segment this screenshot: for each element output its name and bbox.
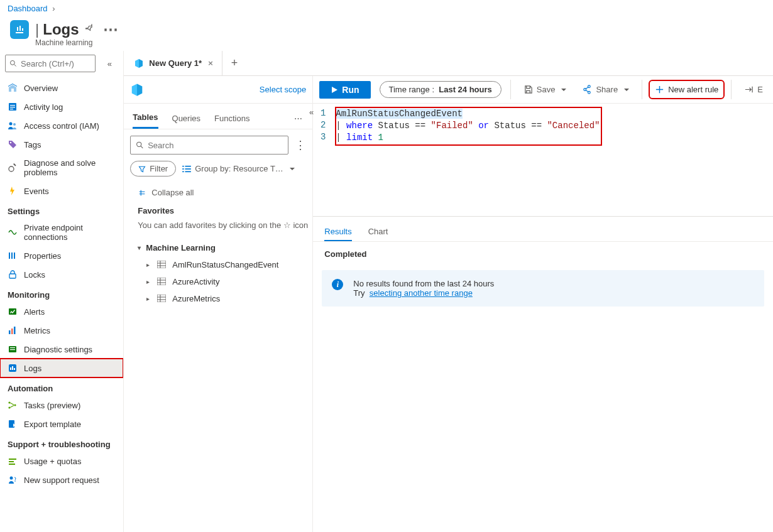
query-tab[interactable]: New Query 1* × [126,51,222,75]
panel-tab-tables[interactable]: Tables [133,107,158,129]
chevron-down-icon [287,164,295,173]
sidebar-search-input[interactable] [21,59,91,68]
nav-overview[interactable]: Overview [0,79,123,97]
nav-label: Locks [24,270,45,280]
diagnostic-icon [8,344,18,354]
info-try-label: Try [353,288,365,298]
export-icon [8,419,18,429]
select-time-range-link[interactable]: selecting another time range [370,288,473,298]
panel-tab-queries[interactable]: Queries [172,109,201,128]
nav-tags[interactable]: Tags [0,135,123,154]
left-nav: « Overview Activity log Access control (… [0,51,124,532]
sidebar-collapse-button[interactable]: « [101,59,118,68]
svg-point-8 [10,142,11,143]
lock-icon [8,269,18,280]
table-node[interactable]: AzureActivity [138,273,310,290]
usage-icon [8,456,18,466]
table-node[interactable]: AmlRunStatusChangedEvent [138,256,310,273]
title-separator: | [35,21,39,38]
nav-metrics[interactable]: Metrics [0,321,123,340]
save-button[interactable]: Save [520,82,571,97]
svg-rect-4 [10,107,15,107]
export-button[interactable]: E [740,82,767,97]
metrics-icon [8,325,18,335]
table-node[interactable]: AzureMetrics [138,290,310,307]
schema-more-icon[interactable]: ⋮ [295,138,306,152]
favorites-heading: Favorites [138,201,310,218]
table-label: AzureActivity [172,277,219,286]
nav-locks[interactable]: Locks [0,265,123,284]
breadcrumb-root[interactable]: Dashboard [8,4,48,13]
nav-label: Metrics [24,326,50,335]
svg-rect-35 [185,165,191,166]
svg-rect-10 [13,163,16,166]
schema-search[interactable] [130,136,288,155]
nav-properties[interactable]: Properties [0,246,123,265]
svg-rect-28 [9,461,14,462]
panel-tab-functions[interactable]: Functions [214,109,249,128]
filter-button[interactable]: Filter [130,161,176,176]
group-by-dropdown[interactable]: Group by: Resource T… [182,164,295,173]
chart-tab[interactable]: Chart [368,223,388,241]
nav-alerts[interactable]: Alerts [0,302,123,321]
nav-diagnostic-settings[interactable]: Diagnostic settings [0,340,123,359]
sidebar-search[interactable] [5,55,96,72]
collapse-all-label: Collapse all [151,188,194,197]
new-alert-label: New alert rule [668,85,718,94]
results-tabs: Results Chart [313,217,773,242]
groupby-label: Group by: Resource T… [195,164,283,173]
more-icon[interactable]: ⋯ [101,18,121,41]
collapse-all-button[interactable]: Collapse all [138,184,310,201]
nav-label: New support request [24,475,99,485]
svg-rect-36 [182,168,184,170]
nav-section-automation: Automation [0,377,123,396]
nav-private-endpoint[interactable]: Private endpoint connections [0,219,123,246]
svg-point-54 [588,91,591,94]
time-range-picker[interactable]: Time range : Last 24 hours [380,81,502,98]
svg-point-32 [137,142,141,146]
endpoint-icon [8,227,18,237]
select-scope-link[interactable]: Select scope [260,85,306,94]
new-alert-rule-button[interactable]: New alert rule [651,82,722,97]
save-icon [524,85,533,94]
svg-rect-27 [9,459,16,460]
info-icon: i [332,279,343,290]
separator [731,80,732,99]
nav-label: Alerts [24,307,45,317]
nav-diagnose[interactable]: Diagnose and solve problems [0,154,123,182]
nav-activity-log[interactable]: Activity log [0,97,123,116]
nav-access-control[interactable]: Access control (IAM) [0,116,123,135]
nav-support-request[interactable]: New support request [0,470,123,489]
run-button[interactable]: Run [319,81,370,99]
share-label: Share [596,85,618,94]
svg-point-53 [584,89,586,91]
kql-editor[interactable]: 1 2 3 AmlRunStatusChangedEvent | where S… [313,104,773,217]
results-tab[interactable]: Results [324,223,351,241]
tree-node-machine-learning[interactable]: Machine Learning [138,241,310,256]
nav-logs[interactable]: Logs [0,359,123,377]
query-status: Completed [313,242,773,266]
save-label: Save [537,85,556,94]
new-query-tab[interactable]: + [222,57,247,70]
chevron-right-icon: › [52,4,55,13]
share-button[interactable]: Share [579,82,633,97]
nav-label: Access control (IAM) [24,121,99,131]
export-label: E [757,85,763,94]
panel-tabs-more[interactable]: ⋯ [294,114,304,123]
svg-point-31 [14,480,16,482]
nav-section-monitoring: Monitoring [0,284,123,302]
pin-icon[interactable] [83,21,97,35]
nav-events[interactable]: Events [0,182,123,200]
nav-export-template[interactable]: Export template [0,415,123,433]
close-tab-icon[interactable]: × [207,58,214,68]
nav-label: Overview [24,84,58,93]
no-results-info: i No results found from the last 24 hour… [322,270,764,307]
svg-point-23 [8,401,10,403]
svg-rect-12 [11,252,13,259]
svg-rect-5 [10,109,13,109]
nav-section-settings: Settings [0,200,123,219]
nav-usage-quotas[interactable]: Usage + quotas [0,452,123,470]
svg-rect-48 [157,295,166,302]
nav-tasks[interactable]: Tasks (preview) [0,396,123,415]
schema-search-input[interactable] [148,141,283,150]
